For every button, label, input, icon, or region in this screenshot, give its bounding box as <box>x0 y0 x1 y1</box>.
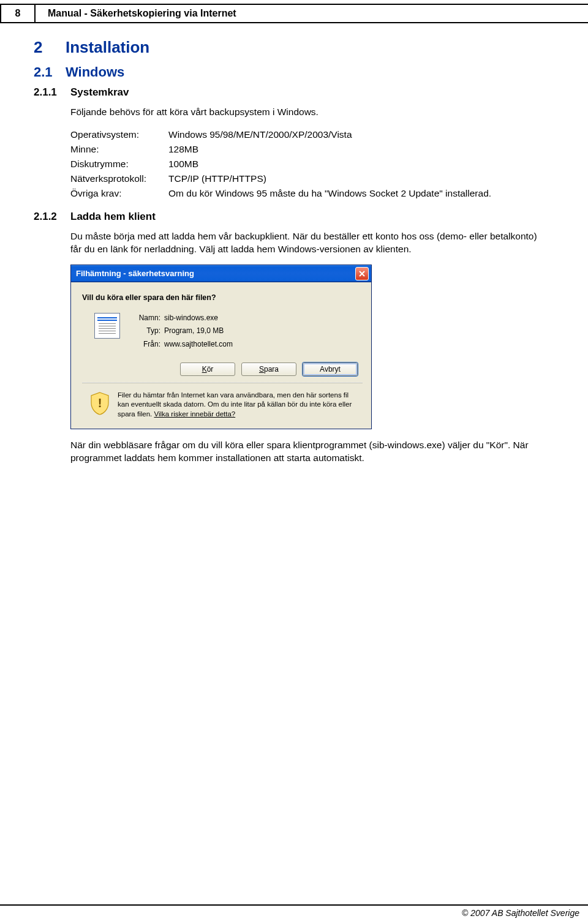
save-button[interactable]: Spara <box>241 362 296 376</box>
heading-3-systemkrav: 2.1.1 Systemkrav <box>34 86 545 99</box>
heading-2: 2.1 Windows <box>34 64 545 80</box>
after-dialog-text: När din webbläsare frågar om du vill kör… <box>70 439 545 465</box>
label-from: Från: <box>131 338 160 351</box>
warning-link[interactable]: Vilka risker innebär detta? <box>154 410 235 418</box>
h1-title: Installation <box>66 38 149 57</box>
page-number: 8 <box>0 5 36 22</box>
value-type: Program, 19,0 MB <box>164 325 224 338</box>
dialog-screenshot: Filhämtning - säkerhetsvarning Vill du k… <box>70 265 372 429</box>
intro-211: Följande behövs för att köra vårt backup… <box>70 106 545 119</box>
dialog-body: Vill du köra eller spara den här filen? … <box>71 282 371 429</box>
req-label: Diskutrymme: <box>70 157 168 171</box>
dialog-info: Namn: sib-windows.exe Typ: Program, 19,0… <box>82 312 363 351</box>
shield-icon: ! <box>89 392 110 415</box>
dialog-buttons: Kör Spara Avbryt <box>82 362 358 376</box>
req-label: Operativsystem: <box>70 127 168 142</box>
heading-1: 2 Installation <box>34 38 545 57</box>
req-label: Nätverksprotokoll: <box>70 171 168 186</box>
svg-text:!: ! <box>98 396 102 410</box>
cancel-button[interactable]: Avbryt <box>303 362 358 376</box>
h3-title: Systemkrav <box>70 86 129 99</box>
h3-number: 2.1.2 <box>34 211 70 223</box>
h1-number: 2 <box>34 38 66 57</box>
req-value: 100MB <box>168 157 545 171</box>
kv-type: Typ: Program, 19,0 MB <box>131 325 233 338</box>
kv-name: Namn: sib-windows.exe <box>131 312 233 325</box>
h3-number: 2.1.1 <box>34 86 70 99</box>
requirements-table: Operativsystem: Windows 95/98/ME/NT/2000… <box>70 127 545 201</box>
dialog-question: Vill du köra eller spara den här filen? <box>82 293 363 302</box>
req-value: 128MB <box>168 142 545 157</box>
label-type: Typ: <box>131 325 160 338</box>
req-row: Nätverksprotokoll: TCP/IP (HTTP/HTTPS) <box>70 171 545 186</box>
req-row: Operativsystem: Windows 95/98/ME/NT/2000… <box>70 127 545 142</box>
req-value: Om du kör Windows 95 måste du ha "Window… <box>168 186 545 201</box>
file-download-dialog: Filhämtning - säkerhetsvarning Vill du k… <box>70 265 372 429</box>
req-row: Diskutrymme: 100MB <box>70 157 545 171</box>
file-details: Namn: sib-windows.exe Typ: Program, 19,0… <box>131 312 233 351</box>
file-icon <box>94 313 120 339</box>
req-value: TCP/IP (HTTP/HTTPS) <box>168 171 545 186</box>
page-header: 8 Manual - Säkerhetskopiering via Intern… <box>0 4 588 23</box>
req-row: Övriga krav: Om du kör Windows 95 måste … <box>70 186 545 201</box>
kv-from: Från: www.sajthotellet.com <box>131 338 233 351</box>
run-button[interactable]: Kör <box>180 362 235 376</box>
req-value: Windows 95/98/ME/NT/2000/XP/2003/Vista <box>168 127 545 142</box>
dialog-title: Filhämtning - säkerhetsvarning <box>76 269 355 278</box>
req-label: Minne: <box>70 142 168 157</box>
h2-number: 2.1 <box>34 64 66 80</box>
close-icon[interactable] <box>355 267 369 280</box>
dialog-titlebar: Filhämtning - säkerhetsvarning <box>71 265 371 282</box>
req-row: Minne: 128MB <box>70 142 545 157</box>
header-title: Manual - Säkerhetskopiering via Internet <box>36 5 588 22</box>
dialog-separator <box>82 382 363 383</box>
value-from: www.sajthotellet.com <box>164 338 233 351</box>
req-label: Övriga krav: <box>70 186 168 201</box>
heading-3-ladda-hem: 2.1.2 Ladda hem klient <box>34 211 545 223</box>
intro-212: Du måste börja med att ladda hem vår bac… <box>70 230 545 256</box>
page-footer: © 2007 AB Sajthotellet Sverige <box>0 904 588 918</box>
content-area: 2 Installation 2.1 Windows 2.1.1 Systemk… <box>0 23 588 465</box>
label-name: Namn: <box>131 312 160 325</box>
value-name: sib-windows.exe <box>164 312 218 325</box>
h2-title: Windows <box>66 64 124 80</box>
dialog-warning: ! Filer du hämtar från Internet kan vara… <box>82 391 363 419</box>
warning-text: Filer du hämtar från Internet kan vara a… <box>118 391 359 419</box>
h3-title: Ladda hem klient <box>70 211 156 223</box>
